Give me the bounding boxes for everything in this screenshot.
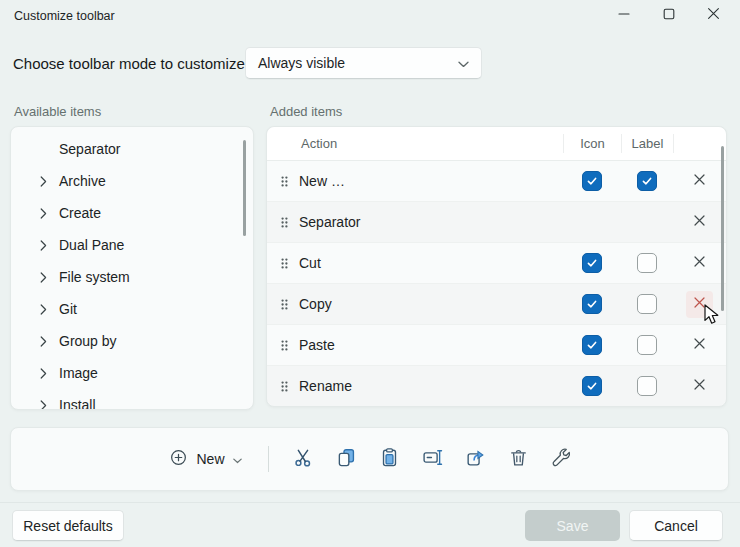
list-item[interactable]: File system: [11, 261, 253, 293]
label-checkbox[interactable]: [637, 171, 657, 191]
remove-button[interactable]: [686, 209, 713, 236]
chevron-right-icon: [39, 336, 48, 347]
label-checkbox[interactable]: [637, 253, 657, 273]
maximize-icon: [663, 8, 675, 23]
table-row: Copy: [267, 283, 726, 324]
drag-handle-icon[interactable]: [281, 381, 288, 392]
remove-button[interactable]: [686, 168, 713, 195]
chevron-right-icon: [39, 176, 48, 187]
new-plus-icon: [169, 448, 188, 470]
list-item[interactable]: Group by: [11, 325, 253, 357]
row-action-label: New …: [299, 173, 345, 189]
remove-x-icon: [693, 173, 706, 189]
remove-x-icon: [693, 214, 706, 230]
chevron-right-icon: [39, 208, 48, 219]
added-scrollbar[interactable]: [721, 146, 724, 311]
chevron-down-icon: [458, 55, 469, 71]
available-items-panel: Separator Archive Create Dual Pane File …: [10, 126, 254, 410]
icon-checkbox[interactable]: [582, 376, 602, 396]
remove-x-icon: [693, 337, 706, 353]
share-icon: [465, 447, 486, 471]
drag-handle-icon[interactable]: [281, 258, 288, 269]
table-row: Separator: [267, 201, 726, 242]
drag-handle-icon[interactable]: [281, 217, 288, 228]
row-action-label: Separator: [299, 214, 360, 230]
column-header-icon: Icon: [563, 134, 621, 153]
list-item[interactable]: Separator: [11, 133, 253, 165]
icon-checkbox[interactable]: [582, 171, 602, 191]
available-item-label: Image: [59, 365, 98, 381]
table-row: Rename: [267, 365, 726, 406]
available-item-label: Archive: [59, 173, 106, 189]
copy-button[interactable]: [328, 442, 365, 476]
delete-button[interactable]: [500, 442, 537, 476]
row-action-label: Rename: [299, 378, 352, 394]
chevron-down-icon: [233, 451, 242, 467]
available-item-label: Git: [59, 301, 77, 317]
table-row: Cut: [267, 242, 726, 283]
paste-button[interactable]: [371, 442, 408, 476]
new-menu-button[interactable]: New: [159, 442, 251, 476]
available-scrollbar[interactable]: [243, 140, 246, 236]
chevron-right-icon: [39, 400, 48, 411]
remove-x-icon: [693, 296, 706, 312]
share-button[interactable]: [457, 442, 494, 476]
remove-button[interactable]: [686, 291, 713, 318]
copy-icon: [336, 447, 357, 471]
added-items-panel: Action Icon Label New … Separator: [266, 126, 727, 407]
close-button[interactable]: [691, 0, 736, 30]
cut-button[interactable]: [285, 442, 322, 476]
icon-checkbox[interactable]: [582, 294, 602, 314]
minimize-button[interactable]: [601, 0, 646, 30]
chevron-right-icon: [39, 368, 48, 379]
list-item[interactable]: Dual Pane: [11, 229, 253, 261]
chevron-right-icon: [39, 272, 48, 283]
remove-button[interactable]: [686, 250, 713, 277]
list-item[interactable]: Install: [11, 389, 253, 410]
close-icon: [707, 7, 720, 23]
remove-button[interactable]: [686, 373, 713, 400]
column-header-remove: [673, 134, 726, 153]
list-item[interactable]: Archive: [11, 165, 253, 197]
new-menu-label: New: [196, 451, 224, 467]
table-row: Paste: [267, 324, 726, 365]
list-item[interactable]: Create: [11, 197, 253, 229]
maximize-button[interactable]: [646, 0, 691, 30]
icon-checkbox[interactable]: [582, 253, 602, 273]
list-item[interactable]: Git: [11, 293, 253, 325]
row-action-label: Copy: [299, 296, 332, 312]
page-title: Customize toolbar: [14, 9, 115, 23]
save-button[interactable]: Save: [525, 510, 620, 541]
drag-handle-icon[interactable]: [281, 176, 288, 187]
added-table-header: Action Icon Label: [267, 127, 726, 161]
tools-button[interactable]: [543, 442, 580, 476]
delete-icon: [508, 447, 529, 471]
table-row: New …: [267, 161, 726, 201]
icon-checkbox[interactable]: [582, 335, 602, 355]
row-action-label: Cut: [299, 255, 321, 271]
list-item[interactable]: Image: [11, 357, 253, 389]
toolbar-mode-label: Choose toolbar mode to customize: [13, 55, 245, 72]
drag-handle-icon[interactable]: [281, 299, 288, 310]
label-checkbox[interactable]: [637, 294, 657, 314]
toolbar-preview: New: [10, 427, 729, 491]
minimize-icon: [618, 8, 630, 23]
drag-handle-icon[interactable]: [281, 340, 288, 351]
available-item-label: File system: [59, 269, 130, 285]
rename-button[interactable]: [414, 442, 451, 476]
row-action-label: Paste: [299, 337, 335, 353]
toolbar-mode-dropdown[interactable]: Always visible: [245, 47, 482, 79]
label-checkbox[interactable]: [637, 335, 657, 355]
tools-icon: [551, 447, 572, 471]
available-item-label: Separator: [59, 141, 120, 157]
available-item-label: Create: [59, 205, 101, 221]
available-item-label: Group by: [59, 333, 117, 349]
label-checkbox[interactable]: [637, 376, 657, 396]
available-item-label: Install: [59, 397, 96, 410]
remove-button[interactable]: [686, 332, 713, 359]
added-items-heading: Added items: [270, 104, 342, 119]
reset-defaults-button[interactable]: Reset defaults: [12, 510, 124, 541]
cancel-button[interactable]: Cancel: [629, 510, 723, 541]
customize-toolbar-dialog: Customize toolbar Choose toolbar mode to…: [0, 0, 740, 547]
rename-icon: [422, 447, 443, 471]
